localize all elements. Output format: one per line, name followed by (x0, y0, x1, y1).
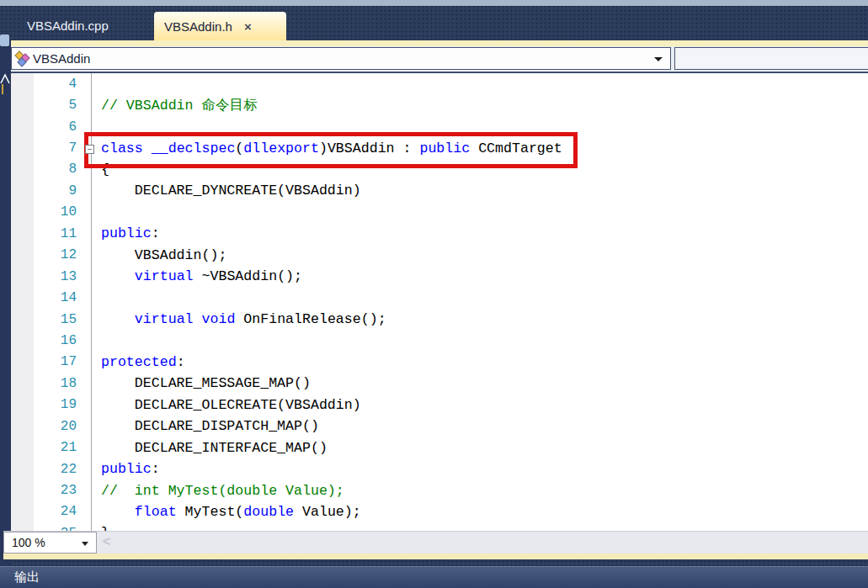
code-line[interactable]: 17protected: (11, 352, 868, 373)
line-number: 20 (11, 419, 77, 434)
output-panel-title: 输出 (14, 569, 40, 585)
line-number: 5 (11, 98, 77, 113)
code-line[interactable]: 24 float MyTest(double Value); (11, 501, 868, 522)
line-number: 11 (11, 226, 77, 241)
code-line[interactable]: 22public: (11, 458, 868, 479)
line-number: 18 (11, 376, 77, 391)
chevron-down-icon (654, 57, 663, 61)
code-text[interactable]: DECLARE_OLECREATE(VBSAddin) (77, 397, 361, 413)
code-line[interactable]: 5// VBSAddin 命令目标 (11, 94, 868, 115)
line-number: 10 (11, 204, 77, 220)
code-text[interactable]: } (77, 525, 109, 531)
code-text[interactable]: public: (77, 461, 160, 477)
code-text[interactable]: DECLARE_DISPATCH_MAP() (77, 418, 319, 434)
code-text[interactable]: protected: (77, 354, 185, 370)
line-number: 16 (11, 333, 77, 348)
horizontal-scrollbar[interactable]: 100 % < (3, 531, 868, 554)
line-number: 21 (11, 440, 77, 455)
code-line[interactable]: 11public: (11, 223, 868, 244)
zoom-level-dropdown[interactable]: 100 % (3, 532, 97, 554)
line-number: 13 (11, 269, 77, 284)
tab-label: VBSAddin.h (164, 19, 232, 34)
line-number: 7 (11, 140, 77, 156)
code-line[interactable]: 8{ (11, 159, 868, 180)
code-line[interactable]: 21 DECLARE_INTERFACE_MAP() (11, 437, 868, 458)
rail-tab-stub[interactable] (0, 34, 9, 46)
code-line[interactable]: 6 (11, 116, 868, 137)
tab-vbsaddin-cpp[interactable]: VBSAddin.cpp (15, 12, 120, 40)
line-number: 14 (11, 290, 77, 305)
code-text[interactable]: virtual ~VBSAddin(); (77, 268, 302, 284)
code-line[interactable]: 4 (11, 73, 868, 94)
code-line[interactable]: 19 DECLARE_OLECREATE(VBSAddin) (11, 395, 868, 416)
code-text[interactable]: public: (77, 225, 160, 241)
code-text[interactable]: // int MyTest(double Value); (77, 483, 344, 499)
code-line[interactable]: 16 (11, 330, 868, 351)
outlining-collapse-toggle[interactable] (85, 145, 94, 154)
code-lines: 45// VBSAddin 命令目标67class __declspec(dll… (11, 73, 868, 531)
members-dropdown[interactable] (674, 47, 868, 70)
code-line[interactable]: 9 DECLARE_DYNCREATE(VBSAddin) (11, 180, 868, 201)
line-number: 23 (11, 483, 77, 498)
types-dropdown-value: VBSAddin (33, 51, 90, 66)
output-panel-titlebar[interactable]: 输出 (0, 566, 868, 588)
close-icon[interactable]: × (244, 19, 252, 34)
code-line[interactable]: 20 DECLARE_DISPATCH_MAP() (11, 416, 868, 437)
code-line[interactable]: 23// int MyTest(double Value); (11, 479, 868, 501)
code-line[interactable]: 14 (11, 287, 868, 308)
chevron-down-icon (82, 542, 88, 546)
code-line[interactable]: 12 VBSAddin(); (11, 245, 868, 266)
window-top-strip (0, 0, 868, 6)
zoom-level-value: 100 % (12, 536, 45, 549)
class-icon (15, 51, 30, 66)
code-line[interactable]: 18 DECLARE_MESSAGE_MAP() (11, 373, 868, 394)
line-number: 8 (11, 162, 77, 177)
code-text[interactable]: virtual void OnFinalRelease(); (77, 311, 386, 327)
code-text[interactable]: float MyTest(double Value); (77, 504, 361, 520)
rail-marker (2, 84, 3, 94)
navigation-bar: VBSAddin (11, 46, 868, 72)
code-text[interactable]: { (77, 162, 109, 177)
line-number: 12 (11, 247, 77, 262)
line-number: 19 (11, 397, 77, 412)
line-number: 24 (11, 504, 77, 519)
code-text[interactable]: DECLARE_DYNCREATE(VBSAddin) (77, 183, 361, 199)
code-line[interactable]: 10 (11, 202, 868, 223)
left-rail (0, 40, 11, 566)
line-number: 17 (11, 354, 77, 369)
vs-editor-window: VBSAddin.cpp VBSAddin.h × VBSAddin 45// … (0, 0, 868, 588)
code-line[interactable]: 13 virtual ~VBSAddin(); (11, 266, 868, 287)
code-text[interactable]: VBSAddin(); (77, 247, 226, 263)
code-text[interactable]: class __declspec(dllexport)VBSAddin : pu… (77, 140, 562, 156)
line-number: 4 (11, 77, 77, 92)
line-number: 15 (11, 312, 77, 327)
document-well-accent-strip (11, 40, 868, 46)
document-well-bottom-strip (3, 554, 868, 559)
code-editor[interactable]: 45// VBSAddin 命令目标67class __declspec(dll… (11, 73, 868, 531)
code-text[interactable]: DECLARE_MESSAGE_MAP() (77, 375, 311, 391)
code-line[interactable]: 25} (11, 522, 868, 531)
tab-vbsaddin-h[interactable]: VBSAddin.h × (154, 12, 286, 40)
line-number: 22 (11, 462, 77, 477)
code-text[interactable]: DECLARE_INTERFACE_MAP() (77, 440, 327, 456)
types-dropdown[interactable]: VBSAddin (11, 47, 671, 70)
line-number: 9 (11, 183, 77, 199)
code-line[interactable]: 15 virtual void OnFinalRelease(); (11, 309, 868, 330)
scroll-left-arrow-icon[interactable]: < (103, 534, 110, 549)
code-line[interactable]: 7class __declspec(dllexport)VBSAddin : p… (11, 137, 868, 158)
tab-label: VBSAddin.cpp (27, 19, 109, 33)
code-text[interactable]: // VBSAddin 命令目标 (77, 96, 258, 114)
line-number: 6 (11, 119, 77, 135)
